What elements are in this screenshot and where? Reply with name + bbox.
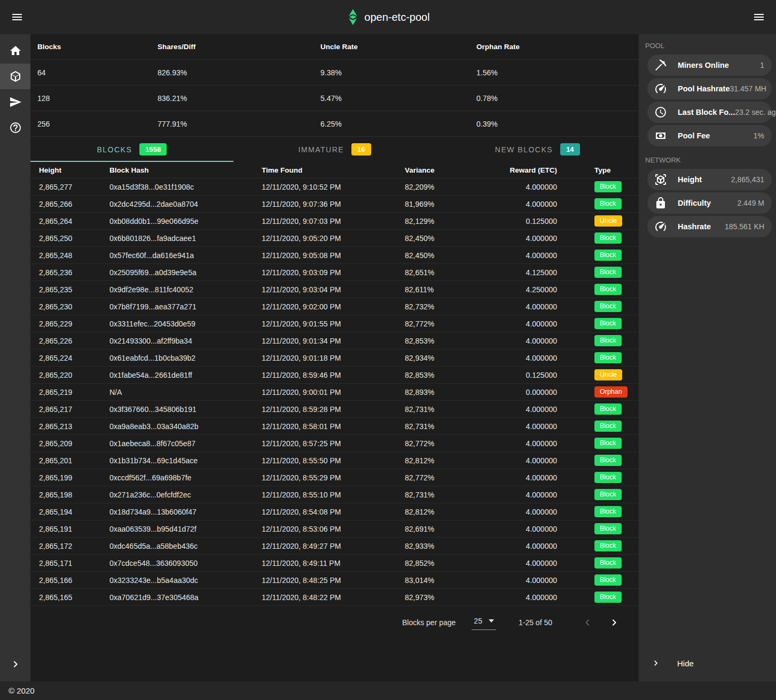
stat-value: 2,865,431 — [731, 175, 764, 184]
hide-sidebar-button[interactable]: Hide — [639, 648, 776, 678]
cell-type: Block — [557, 198, 639, 209]
block-row: 2,865,194 0x18d734a9...13b6060f47 12/11/… — [30, 503, 639, 520]
cell-reward: 4.125000 — [474, 268, 557, 277]
cell-height: 2,865,199 — [30, 473, 109, 482]
cell-type: Block — [557, 472, 639, 483]
hide-label: Hide — [677, 659, 694, 668]
tab-new-blocks[interactable]: NEW BLOCKS 14 — [436, 137, 639, 162]
next-page-button[interactable] — [603, 612, 625, 633]
cell-height: 2,865,166 — [30, 576, 109, 585]
cell-time-found: 12/11/2020, 8:59:28 PM — [262, 405, 405, 414]
cell-reward: 4.000000 — [474, 200, 557, 208]
cell-type: Block — [557, 267, 639, 278]
cell-block-hash: 0x271a236c...0efcfdf2ec — [109, 491, 262, 499]
luck-cell-uncle-rate: 5.47% — [320, 94, 476, 103]
right-menu-button[interactable] — [746, 4, 772, 30]
type-chip: Block — [594, 198, 622, 209]
cell-type: Block — [557, 181, 639, 192]
cell-block-hash: 0xdc465d5a...a58beb436c — [109, 542, 262, 550]
cell-reward: 4.000000 — [474, 234, 557, 243]
cell-block-hash: 0xaa063539...b95d41d72f — [109, 525, 262, 533]
chevron-left-icon — [581, 616, 594, 629]
stat-label: Pool Hashrate — [678, 84, 730, 93]
block-row: 2,865,235 0x9df2e98e...811fc40052 12/11/… — [30, 281, 639, 298]
type-chip: Block — [594, 574, 622, 586]
cell-type: Block — [557, 301, 639, 312]
type-chip: Block — [594, 455, 622, 466]
main-content: Blocks Shares/Diff Uncle Rate Orphan Rat… — [30, 34, 639, 681]
rail-spacer — [0, 141, 30, 651]
type-chip: Block — [594, 540, 622, 551]
luck-cell-uncle-rate: 9.38% — [320, 68, 476, 77]
stat-label: Difficulty — [678, 199, 737, 207]
cell-height: 2,865,165 — [30, 593, 109, 602]
tab-immature[interactable]: IMMATURE 16 — [233, 137, 436, 162]
type-chip: Block — [594, 352, 622, 363]
col-header-block-hash: Block Hash — [109, 166, 262, 174]
nav-blocks-button[interactable] — [0, 64, 30, 89]
menu-button[interactable] — [4, 4, 30, 30]
cell-type: Block — [557, 455, 639, 466]
tab-label: BLOCKS — [97, 145, 132, 154]
luck-cell-blocks: 256 — [37, 120, 158, 128]
page-size-select[interactable]: 25 — [472, 616, 496, 630]
cash-icon — [654, 129, 667, 142]
cell-height: 2,865,194 — [30, 508, 109, 516]
cell-time-found: 12/11/2020, 8:55:10 PM — [262, 491, 405, 499]
cell-time-found: 12/11/2020, 8:49:27 PM — [262, 542, 405, 550]
cube-icon — [9, 70, 22, 83]
cell-height: 2,865,219 — [30, 388, 109, 396]
cell-block-hash: 0x18d734a9...13b6060f47 — [109, 508, 262, 516]
cell-time-found: 12/11/2020, 9:00:01 PM — [262, 388, 405, 396]
cell-time-found: 12/11/2020, 8:49:11 PM — [262, 559, 405, 567]
cell-time-found: 12/11/2020, 8:53:06 PM — [262, 525, 405, 533]
cell-time-found: 12/11/2020, 9:07:36 PM — [262, 200, 405, 208]
cell-time-found: 12/11/2020, 9:07:03 PM — [262, 217, 405, 225]
cell-block-hash: 0x6b801826...fa9adcaee1 — [109, 234, 262, 243]
cell-height: 2,865,209 — [30, 439, 109, 448]
cell-reward: 4.000000 — [474, 422, 557, 431]
cell-time-found: 12/11/2020, 9:10:52 PM — [262, 183, 405, 191]
nav-payments-button[interactable] — [0, 89, 30, 115]
footer: © 2020 — [0, 681, 776, 700]
block-row: 2,865,209 0x1aebeca8...8f67c05e87 12/11/… — [30, 435, 639, 452]
stats-sidebar: POOL Miners Online 1 Pool Hashrate 31.45… — [639, 34, 776, 681]
luck-header-orphan-rate: Orphan Rate — [476, 43, 639, 51]
cell-variance: 82,812% — [405, 456, 474, 465]
cell-height: 2,865,229 — [30, 320, 109, 328]
type-chip: Uncle — [594, 369, 622, 380]
cell-block-hash: 0x3233243e...b5a4aa30dc — [109, 576, 262, 585]
cell-height: 2,865,277 — [30, 183, 109, 191]
cell-type: Block — [557, 403, 639, 415]
nav-home-button[interactable] — [0, 38, 30, 64]
block-row: 2,865,172 0xdc465d5a...a58beb436c 12/11/… — [30, 538, 639, 555]
cell-type: Block — [557, 592, 639, 603]
cell-height: 2,865,248 — [30, 251, 109, 260]
block-row: 2,865,226 0x21493300...af2ff9ba34 12/11/… — [30, 332, 639, 349]
cell-variance: 82,973% — [405, 593, 474, 602]
luck-cell-orphan-rate: 1.56% — [476, 68, 639, 77]
luck-table: Blocks Shares/Diff Uncle Rate Orphan Rat… — [30, 34, 639, 137]
cell-reward: 0.125000 — [474, 217, 557, 225]
luck-row: 256 777.91% 6.25% 0.39% — [30, 111, 639, 137]
cell-height: 2,865,171 — [30, 559, 109, 567]
cell-variance: 82,129% — [405, 217, 474, 225]
page-title: open-etc-pool — [364, 11, 429, 24]
type-chip: Block — [594, 232, 622, 244]
stat-value: 31.457 MH — [730, 84, 766, 93]
cell-reward: 4.000000 — [474, 439, 557, 448]
stat-pill: Pool Hashrate 31.457 MH — [647, 78, 772, 99]
expand-rail-button[interactable] — [0, 651, 30, 677]
type-chip: Uncle — [594, 215, 622, 227]
nav-help-button[interactable] — [0, 115, 30, 141]
cell-height: 2,865,250 — [30, 234, 109, 243]
cell-height: 2,865,230 — [30, 302, 109, 311]
cell-block-hash: 0x21493300...af2ff9ba34 — [109, 337, 262, 345]
cell-reward: 4.000000 — [474, 525, 557, 533]
cell-type: Block — [557, 284, 639, 295]
luck-row: 128 836.21% 5.47% 0.78% — [30, 85, 639, 111]
pool-section-label: POOL — [639, 34, 776, 55]
stat-label: Pool Fee — [678, 131, 754, 140]
tab-blocks[interactable]: BLOCKS 1558 — [30, 137, 233, 162]
previous-page-button[interactable] — [577, 612, 598, 633]
